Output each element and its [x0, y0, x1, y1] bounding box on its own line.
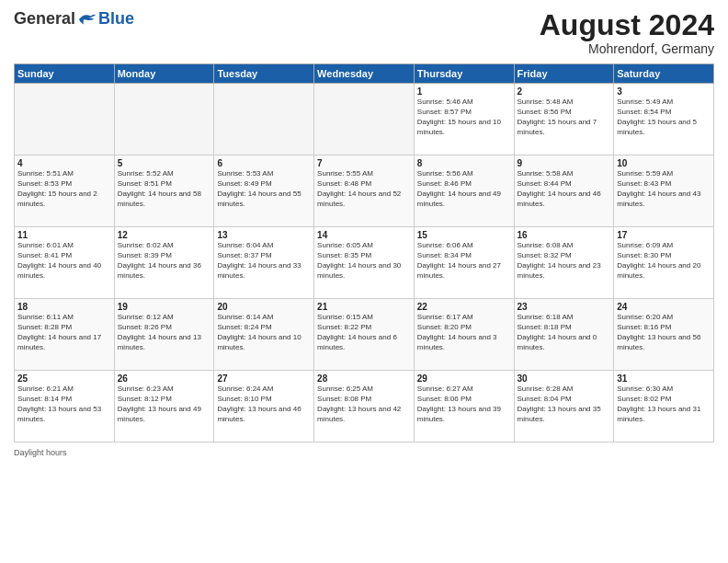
logo: General Blue [14, 9, 134, 29]
day-info: Sunrise: 6:01 AMSunset: 8:41 PMDaylight:… [17, 241, 111, 281]
day-number: 3 [617, 86, 711, 97]
day-number: 26 [118, 373, 211, 384]
day-number: 18 [17, 302, 111, 312]
day-info: Sunrise: 6:20 AMSunset: 8:16 PMDaylight:… [617, 313, 711, 352]
day-number: 13 [217, 230, 311, 240]
day-info: Sunrise: 6:14 AMSunset: 8:24 PMDaylight:… [217, 313, 311, 352]
calendar-cell: 27Sunrise: 6:24 AMSunset: 8:10 PMDayligh… [214, 371, 314, 442]
calendar-cell: 24Sunrise: 6:20 AMSunset: 8:16 PMDayligh… [614, 299, 714, 371]
calendar-cell: 1Sunrise: 5:46 AMSunset: 8:57 PMDaylight… [414, 84, 514, 155]
month-title: August 2024 [540, 9, 714, 41]
day-info: Sunrise: 6:25 AMSunset: 8:08 PMDaylight:… [317, 385, 411, 424]
day-number: 5 [118, 158, 211, 168]
calendar-cell: 13Sunrise: 6:04 AMSunset: 8:37 PMDayligh… [214, 227, 314, 299]
calendar-cell: 17Sunrise: 6:09 AMSunset: 8:30 PMDayligh… [614, 227, 714, 299]
calendar-cell: 31Sunrise: 6:30 AMSunset: 8:02 PMDayligh… [614, 371, 714, 442]
day-info: Sunrise: 5:58 AMSunset: 8:44 PMDaylight:… [518, 169, 611, 209]
day-info: Sunrise: 6:28 AMSunset: 8:04 PMDaylight:… [518, 385, 611, 424]
calendar-col-header-sunday: Sunday [15, 64, 115, 84]
calendar-cell: 2Sunrise: 5:48 AMSunset: 8:56 PMDaylight… [514, 84, 614, 155]
calendar-week-1: 1Sunrise: 5:46 AMSunset: 8:57 PMDaylight… [15, 84, 714, 155]
calendar-cell: 25Sunrise: 6:21 AMSunset: 8:14 PMDayligh… [15, 371, 115, 442]
calendar-cell: 12Sunrise: 6:02 AMSunset: 8:39 PMDayligh… [114, 227, 214, 299]
calendar-cell: 3Sunrise: 5:49 AMSunset: 8:54 PMDaylight… [614, 84, 714, 155]
day-info: Sunrise: 6:18 AMSunset: 8:18 PMDaylight:… [518, 313, 611, 352]
calendar-cell: 23Sunrise: 6:18 AMSunset: 8:18 PMDayligh… [514, 299, 614, 371]
calendar-week-2: 4Sunrise: 5:51 AMSunset: 8:53 PMDaylight… [15, 155, 714, 227]
calendar-week-5: 25Sunrise: 6:21 AMSunset: 8:14 PMDayligh… [15, 371, 714, 442]
day-number: 29 [417, 373, 511, 384]
calendar-cell: 18Sunrise: 6:11 AMSunset: 8:28 PMDayligh… [15, 299, 115, 371]
calendar-cell: 21Sunrise: 6:15 AMSunset: 8:22 PMDayligh… [314, 299, 415, 371]
calendar-cell: 19Sunrise: 6:12 AMSunset: 8:26 PMDayligh… [114, 299, 214, 371]
day-info: Sunrise: 5:49 AMSunset: 8:54 PMDaylight:… [617, 98, 711, 137]
calendar: SundayMondayTuesdayWednesdayThursdayFrid… [14, 63, 714, 442]
calendar-cell [314, 84, 415, 155]
logo-blue-text: Blue [98, 9, 134, 29]
day-number: 9 [518, 158, 611, 168]
day-info: Sunrise: 5:53 AMSunset: 8:49 PMDaylight:… [217, 169, 311, 209]
day-number: 17 [617, 230, 711, 240]
day-info: Sunrise: 6:11 AMSunset: 8:28 PMDaylight:… [17, 313, 111, 352]
calendar-cell: 29Sunrise: 6:27 AMSunset: 8:06 PMDayligh… [414, 371, 514, 442]
calendar-cell: 20Sunrise: 6:14 AMSunset: 8:24 PMDayligh… [214, 299, 314, 371]
day-number: 24 [617, 302, 711, 312]
day-number: 16 [518, 230, 611, 240]
footer-note-text: Daylight hours [14, 448, 67, 457]
footer-note: Daylight hours [14, 448, 714, 457]
day-info: Sunrise: 5:55 AMSunset: 8:48 PMDaylight:… [317, 169, 411, 209]
calendar-cell: 15Sunrise: 6:06 AMSunset: 8:34 PMDayligh… [414, 227, 514, 299]
day-number: 28 [317, 373, 411, 384]
calendar-cell: 9Sunrise: 5:58 AMSunset: 8:44 PMDaylight… [514, 155, 614, 227]
day-number: 23 [518, 302, 611, 312]
day-number: 30 [518, 373, 611, 384]
logo-general-text: General [14, 9, 75, 29]
logo-bird-icon [77, 11, 97, 28]
day-info: Sunrise: 6:24 AMSunset: 8:10 PMDaylight:… [217, 385, 311, 424]
day-number: 25 [17, 373, 111, 384]
day-info: Sunrise: 6:17 AMSunset: 8:20 PMDaylight:… [417, 313, 511, 352]
calendar-col-header-friday: Friday [514, 64, 614, 84]
calendar-cell: 7Sunrise: 5:55 AMSunset: 8:48 PMDaylight… [314, 155, 415, 227]
day-info: Sunrise: 6:27 AMSunset: 8:06 PMDaylight:… [417, 385, 511, 424]
day-info: Sunrise: 6:21 AMSunset: 8:14 PMDaylight:… [17, 385, 111, 424]
calendar-col-header-tuesday: Tuesday [214, 64, 314, 84]
day-number: 14 [317, 230, 411, 240]
calendar-cell: 4Sunrise: 5:51 AMSunset: 8:53 PMDaylight… [15, 155, 115, 227]
day-info: Sunrise: 6:12 AMSunset: 8:26 PMDaylight:… [118, 313, 211, 352]
day-number: 1 [417, 86, 511, 97]
calendar-cell [15, 84, 115, 155]
calendar-col-header-wednesday: Wednesday [314, 64, 415, 84]
page: General Blue August 2024 Mohrendorf, Ger… [0, 0, 728, 563]
calendar-cell: 22Sunrise: 6:17 AMSunset: 8:20 PMDayligh… [414, 299, 514, 371]
calendar-cell: 10Sunrise: 5:59 AMSunset: 8:43 PMDayligh… [614, 155, 714, 227]
day-number: 7 [317, 158, 411, 168]
calendar-col-header-monday: Monday [114, 64, 214, 84]
day-number: 8 [417, 158, 511, 168]
day-number: 15 [417, 230, 511, 240]
calendar-col-header-saturday: Saturday [614, 64, 714, 84]
day-info: Sunrise: 5:59 AMSunset: 8:43 PMDaylight:… [617, 169, 711, 209]
day-info: Sunrise: 6:02 AMSunset: 8:39 PMDaylight:… [118, 241, 211, 281]
day-number: 21 [317, 302, 411, 312]
calendar-cell [114, 84, 214, 155]
day-info: Sunrise: 6:04 AMSunset: 8:37 PMDaylight:… [217, 241, 311, 281]
day-info: Sunrise: 5:56 AMSunset: 8:46 PMDaylight:… [417, 169, 511, 209]
day-number: 2 [518, 86, 611, 97]
day-number: 22 [417, 302, 511, 312]
calendar-week-4: 18Sunrise: 6:11 AMSunset: 8:28 PMDayligh… [15, 299, 714, 371]
day-number: 11 [17, 230, 111, 240]
day-info: Sunrise: 5:46 AMSunset: 8:57 PMDaylight:… [417, 98, 511, 137]
day-info: Sunrise: 6:06 AMSunset: 8:34 PMDaylight:… [417, 241, 511, 281]
day-number: 12 [118, 230, 211, 240]
header: General Blue August 2024 Mohrendorf, Ger… [14, 9, 714, 56]
calendar-cell: 5Sunrise: 5:52 AMSunset: 8:51 PMDaylight… [114, 155, 214, 227]
calendar-cell: 16Sunrise: 6:08 AMSunset: 8:32 PMDayligh… [514, 227, 614, 299]
day-info: Sunrise: 5:52 AMSunset: 8:51 PMDaylight:… [118, 169, 211, 209]
day-number: 31 [617, 373, 711, 384]
calendar-cell: 8Sunrise: 5:56 AMSunset: 8:46 PMDaylight… [414, 155, 514, 227]
title-area: August 2024 Mohrendorf, Germany [540, 9, 714, 56]
day-number: 27 [217, 373, 311, 384]
day-info: Sunrise: 6:23 AMSunset: 8:12 PMDaylight:… [118, 385, 211, 424]
calendar-cell: 30Sunrise: 6:28 AMSunset: 8:04 PMDayligh… [514, 371, 614, 442]
